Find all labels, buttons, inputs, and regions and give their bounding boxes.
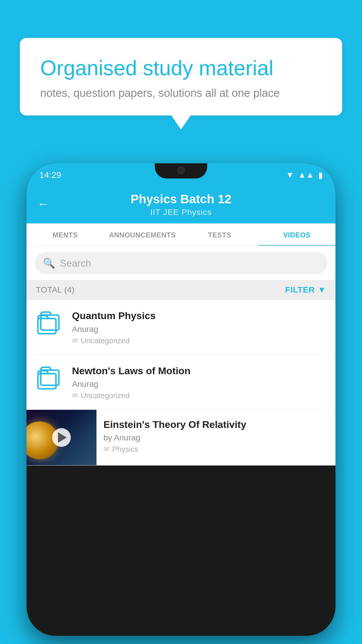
video-tag-label-1: Uncategorized: [81, 391, 130, 400]
video-author-2: by Anurag: [103, 433, 328, 442]
filter-label: FILTER: [285, 285, 315, 295]
video-tag-label-2: Physics: [112, 445, 138, 454]
app-header: ← Physics Batch 12 IIT JEE Physics: [27, 184, 335, 223]
filter-button[interactable]: FILTER ▼: [285, 285, 326, 295]
tag-icon-2: ✉: [103, 445, 109, 453]
wifi-icon: ▼: [286, 170, 294, 180]
video-info-0: Quantum Physics Anurag ✉ Uncategorized: [72, 309, 327, 345]
video-thumbnail-2: [27, 410, 96, 465]
video-tag-2: ✉ Physics: [103, 445, 328, 454]
header-subtitle: IIT JEE Physics: [37, 208, 325, 217]
video-author-1: Anurag: [72, 379, 327, 389]
video-title-0: Quantum Physics: [72, 309, 327, 322]
video-list: Quantum Physics Anurag ✉ Uncategorized: [27, 300, 335, 465]
search-bar-container: 🔍 Search: [27, 246, 335, 280]
tab-bar: MENTS ANNOUNCEMENTS TESTS VIDEOS: [27, 223, 335, 246]
phone-notch: [155, 163, 207, 178]
tab-ments[interactable]: MENTS: [27, 223, 104, 246]
play-button-overlay[interactable]: [52, 428, 71, 447]
video-tag-label-0: Uncategorized: [81, 336, 130, 345]
header-title: Physics Batch 12: [37, 192, 325, 206]
play-icon: [58, 432, 67, 443]
video-info-2: Einstein's Theory Of Relativity by Anura…: [96, 410, 335, 462]
phone-screen: 14:29 ▼ ▲▲ ▮ ← Physics Batch 12 IIT JEE …: [27, 163, 335, 636]
signal-icon: ▲▲: [298, 170, 314, 180]
video-author-0: Anurag: [72, 325, 327, 334]
bubble-subtitle: notes, question papers, solutions all at…: [40, 87, 322, 99]
list-item[interactable]: Newton's Laws of Motion Anurag ✉ Uncateg…: [27, 355, 335, 410]
list-item[interactable]: Einstein's Theory Of Relativity by Anura…: [27, 410, 335, 466]
status-icons: ▼ ▲▲ ▮: [286, 170, 323, 180]
video-tag-0: ✉ Uncategorized: [72, 336, 327, 345]
video-tag-1: ✉ Uncategorized: [72, 391, 327, 400]
video-info-1: Newton's Laws of Motion Anurag ✉ Uncateg…: [72, 364, 327, 400]
tag-icon-1: ✉: [72, 391, 78, 400]
phone-frame: 14:29 ▼ ▲▲ ▮ ← Physics Batch 12 IIT JEE …: [27, 163, 335, 636]
folder-icon-1: [36, 364, 62, 391]
video-title-1: Newton's Laws of Motion: [72, 364, 327, 377]
search-bar[interactable]: 🔍 Search: [35, 252, 327, 274]
bubble-title: Organised study material: [40, 55, 322, 80]
folder-icon-0: [36, 309, 62, 335]
filter-bar: TOTAL (4) FILTER ▼: [27, 280, 335, 300]
video-thumbnail-1: [35, 364, 64, 391]
total-count: TOTAL (4): [36, 285, 75, 295]
speech-bubble-container: Organised study material notes, question…: [20, 38, 342, 116]
front-camera: [177, 167, 185, 174]
screen-content: 🔍 Search TOTAL (4) FILTER ▼: [27, 246, 335, 636]
tab-videos[interactable]: VIDEOS: [258, 223, 335, 246]
tag-icon-0: ✉: [72, 337, 78, 345]
speech-bubble: Organised study material notes, question…: [20, 38, 342, 116]
battery-icon: ▮: [318, 170, 323, 180]
tab-tests[interactable]: TESTS: [181, 223, 258, 246]
status-time: 14:29: [39, 170, 61, 180]
back-button[interactable]: ←: [37, 197, 49, 211]
search-icon: 🔍: [43, 257, 55, 269]
search-placeholder: Search: [60, 258, 91, 269]
tab-announcements[interactable]: ANNOUNCEMENTS: [104, 223, 181, 246]
list-item[interactable]: Quantum Physics Anurag ✉ Uncategorized: [27, 300, 335, 355]
video-title-2: Einstein's Theory Of Relativity: [103, 418, 328, 431]
filter-icon: ▼: [318, 285, 326, 295]
video-thumbnail-0: [35, 309, 64, 335]
